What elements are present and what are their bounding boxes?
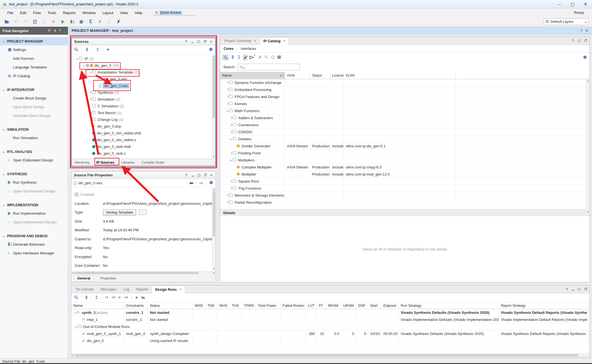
sidebar-item-run-implementation[interactable]: Run Implementation [0,209,68,218]
tab-libraries[interactable]: Libraries [121,161,135,165]
create-run-icon[interactable]: + [135,295,138,301]
tree-item-instantiation-template[interactable]: Instantiation Template(2) [72,69,215,76]
collapse-all-icon[interactable]: ⼦ [48,28,51,33]
tree-item-div-gen-0-stub-v[interactable]: div_gen_0_stub.v [72,150,215,157]
column-header-vlnv[interactable]: VLNV [344,72,456,79]
sidebar-item-open-hardware-manager[interactable]: Open Hardware Manager [0,249,68,258]
add-sources-icon[interactable]: + [107,47,110,53]
sidebar-item-run-simulation[interactable]: Run Simulation [0,134,68,142]
maximize-panel-icon[interactable] [197,40,200,43]
menu-view[interactable]: View [117,11,131,15]
ip-row-partial-reconfiguration[interactable]: Partial Reconfiguration [220,199,589,206]
tree-item-div-gen-0-sim-netlist-v[interactable]: div_gen_0_sim_netlist.v [72,136,215,143]
subtab-cores[interactable]: Cores [224,47,233,51]
design-run-row-div-gen-0[interactable]: ✓div_gen_0Using cached IP results [71,337,589,344]
column-header-total-power[interactable]: Total Power [256,302,281,309]
collapse-all-icon[interactable] [85,296,88,300]
column-header-name[interactable]: Name [71,302,124,309]
menu-help[interactable]: Help [131,11,146,15]
minimize-window-icon[interactable]: – [553,0,566,8]
design-run-row-mult-gen-0-synth-1[interactable]: ✓mult_gen_0_synth_1mult_gen_0synth_desig… [71,330,589,337]
first-run-icon[interactable] [105,296,108,300]
filter-icon[interactable]: # [243,55,247,60]
ip-row-adders-subtracters[interactable]: Adders & Subtracters [220,114,589,121]
maximize-window-icon[interactable]: ▢ [566,0,579,8]
column-header-status[interactable]: Status [310,72,330,79]
expand-all-icon[interactable]: ⇕ [54,29,56,33]
column-header-run-strategy[interactable]: Run Strategy [399,302,499,309]
minimize-panel-icon[interactable]: _ [63,29,65,33]
tree-item-div-gen-0[interactable]: div_gen_0(16) [72,62,215,69]
menu-file[interactable]: File [4,11,17,15]
maximize-panel-icon[interactable] [577,39,581,43]
undo-button[interactable]: ↶ [12,18,21,26]
gear-icon[interactable] [209,47,213,52]
collapse-all-icon[interactable] [85,48,89,52]
back-arrow-icon[interactable] [189,181,194,185]
ip-settings-icon[interactable] [271,55,275,60]
ip-search-input[interactable] [238,64,300,70]
forward-arrow-icon[interactable] [199,181,204,185]
sidebar-item-generate-block-design[interactable]: Generate Block Design [0,111,68,120]
menu-flow[interactable]: Flow [30,11,44,15]
layout-selector[interactable]: Default Layout [544,18,589,25]
column-header-dsp[interactable]: DSP [356,302,368,309]
tab-hierarchy[interactable]: Hierarchy [74,161,90,165]
ip-row-memories-storage-elements[interactable]: Memories & Storage Elements [220,192,589,199]
ip-row-multiplier[interactable]: MultiplierProductionIncludedxilinx.com:i… [220,171,589,178]
tree-item-change-log[interactable]: Change Log(1) [72,116,215,123]
design-run-group-out-of-context-module-runs[interactable]: Out-of-Context Module Runs [71,323,589,330]
tree-item-test-bench[interactable]: Test Bench(1) [72,109,215,116]
help-icon[interactable]: ? [185,173,188,177]
tab-log[interactable]: Log [120,285,133,293]
search-icon[interactable] [74,47,78,52]
sidebar-item-ip-catalog[interactable]: IP Catalog [0,72,68,80]
sidebar-section-implementation[interactable]: IMPLEMENTATION [0,201,68,209]
ip-row-multipliers[interactable]: Multipliers [220,157,589,164]
sidebar-section-rtl-analysis[interactable]: RTL ANALYSIS [0,148,68,156]
column-header-report-strategy[interactable]: Report Strategy [499,302,587,309]
sidebar-section-synthesis[interactable]: SYNTHESIS [0,170,68,178]
ellipsis-button[interactable]: ··· [139,210,146,215]
tab-messages[interactable]: Messages [97,285,120,293]
tab-ip-sources[interactable]: IP Sources [96,161,114,165]
sfp-horizontal-scrollbar[interactable] [71,271,216,275]
sidebar-item-add-sources[interactable]: Add Sources [0,54,68,63]
tab-design-runs[interactable]: Design Runs✕ [152,286,185,293]
menu-tools[interactable]: Tools [44,11,59,15]
column-header-tpws[interactable]: TPWS [242,302,256,309]
group-by-icon[interactable] [249,55,255,60]
tab-ip-catalog[interactable]: IP Catalog✕ [260,37,289,45]
expand-all-icon[interactable] [95,296,98,300]
details-toggle-icon[interactable] [277,56,281,60]
float-panel-icon[interactable] [584,287,587,291]
help-icon[interactable]: ? [184,40,188,43]
percent-icon[interactable]: % [141,295,145,300]
copy-button[interactable] [39,18,49,26]
ip-row-floating-point[interactable]: Floating Point [220,150,589,157]
close-window-icon[interactable]: ✕ [579,0,592,8]
search-icon[interactable] [74,295,78,300]
tab-project-summary[interactable]: Project Summary✕ [221,37,260,45]
generate-bitstream-button[interactable]: 0110 [67,18,77,26]
tree-item-c-simulation[interactable]: C Simulation(2) [72,103,215,109]
sidebar-item-open-elaborated-design[interactable]: Open Elaborated Design [0,156,68,165]
ip-row-trig-functions[interactable]: Trig Functions [220,185,589,192]
run-button[interactable] [58,18,67,26]
float-panel-icon[interactable] [203,40,207,43]
column-header-license[interactable]: License [330,72,344,79]
column-header-elapsed[interactable]: Elapsed [381,302,399,309]
design-run-row-synth-1[interactable]: synth_1 (active)constrs_1Not startedViva… [71,309,589,316]
column-header-failed-routes[interactable]: Failed Routes [280,302,306,309]
maximize-panel-icon[interactable] [197,173,201,177]
settings-button[interactable] [77,18,86,26]
minimize-panel-icon[interactable] [191,173,195,177]
ip-row-conversions[interactable]: Conversions [220,121,589,128]
ip-row-dividers[interactable]: Dividers [220,136,589,143]
design-runs-horizontal-scrollbar[interactable] [71,353,589,357]
menu-layout[interactable]: Layout [99,11,117,15]
tree-item-div-gen-0-sim-netlist-vhdl[interactable]: div_gen_0_sim_netlist.vhdl [72,130,215,136]
tree-item-ip[interactable]: IP(2) [72,55,215,62]
ip-row-math-functions[interactable]: Math Functions [220,107,589,114]
sidebar-item-open-implemented-design[interactable]: Open Implemented Design [0,218,68,227]
